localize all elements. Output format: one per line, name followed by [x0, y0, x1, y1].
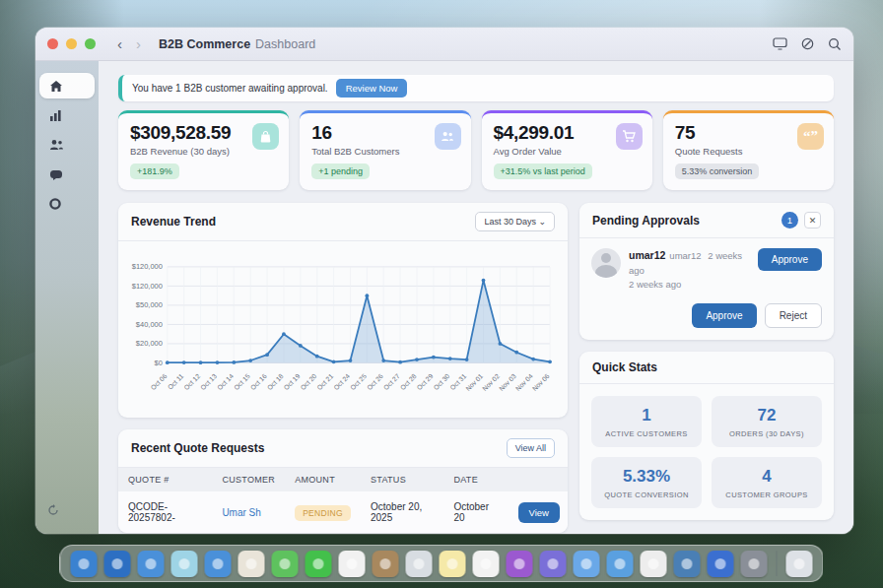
svg-text:Nov 06: Nov 06	[531, 372, 551, 392]
users-icon	[49, 139, 64, 151]
svg-text:Oct 30: Oct 30	[432, 372, 450, 391]
svg-text:Oct 15: Oct 15	[233, 372, 251, 391]
sidebar-item-customers[interactable]	[39, 132, 95, 158]
quick-stat-active-customers: 1 ACTIVE CUSTOMERS	[591, 396, 702, 447]
quote-date: October 20	[443, 491, 508, 533]
photos-icon[interactable]	[473, 551, 500, 577]
app-window: ‹ › B2B CommerceDashboard	[35, 28, 853, 534]
desktop: ‹ › B2B CommerceDashboard	[0, 0, 883, 588]
svg-text:Oct 16: Oct 16	[249, 372, 268, 391]
settings-icon[interactable]	[741, 551, 768, 577]
qs-value: 72	[715, 406, 818, 425]
safari-icon[interactable]	[138, 551, 165, 577]
svg-text:Oct 19: Oct 19	[283, 372, 302, 391]
approve-button[interactable]: Approve	[692, 303, 756, 328]
search-icon[interactable]	[828, 37, 842, 51]
mail-icon[interactable]	[205, 551, 232, 577]
stat-cards: $309,528.59 B2B Revenue (30 days) +181.9…	[118, 110, 834, 190]
camera-icon[interactable]	[674, 551, 701, 577]
refresh-icon[interactable]	[47, 502, 59, 520]
sidebar-item-home[interactable]	[39, 73, 95, 98]
review-now-button[interactable]: Review Now	[336, 79, 408, 98]
trash-icon[interactable]	[786, 551, 813, 577]
quick-stat-customer-groups: 4 CUSTOMER GROUPS	[712, 457, 822, 508]
browser-icon[interactable]	[104, 551, 131, 577]
status-badge: PENDING	[295, 505, 351, 521]
compass-icon[interactable]	[708, 551, 734, 577]
customer-link[interactable]: Umar Sh	[222, 507, 260, 518]
main-content: You have 1 B2B customer awaiting approva…	[99, 61, 853, 534]
pending-approvals-title: Pending Approvals	[592, 214, 700, 228]
sidebar-item-analytics[interactable]	[39, 102, 95, 128]
approval-banner: You have 1 B2B customer awaiting approva…	[118, 75, 834, 101]
downloads-icon[interactable]	[540, 551, 567, 577]
quote-row: QCODE-20257802- Umar Sh PENDING October …	[118, 491, 568, 533]
sidebar-item-settings[interactable]	[39, 191, 95, 217]
svg-text:Oct 18: Oct 18	[266, 372, 285, 391]
bag-icon	[252, 123, 279, 150]
revenue-chart: $120,000$120,000$50,000$40,000$20,000$0O…	[118, 241, 568, 418]
share-screen-icon[interactable]	[773, 37, 787, 50]
close-window-button[interactable]	[47, 38, 58, 49]
facetime-icon[interactable]	[306, 551, 332, 577]
svg-text:Oct 12: Oct 12	[182, 372, 201, 391]
stat-card-revenue: $309,528.59 B2B Revenue (30 days) +181.9…	[118, 110, 289, 190]
reject-button[interactable]: Reject	[765, 303, 822, 328]
qs-value: 5.33%	[595, 467, 698, 487]
quick-stats-panel: Quick Stats 1 ACTIVE CUSTOMERS 72 ORDERS…	[579, 352, 834, 520]
app-store-icon[interactable]	[238, 551, 265, 577]
quotes-table-header: QUOTE # CUSTOMER AMOUNT STATUS DATE	[118, 468, 568, 491]
titlebar: ‹ › B2B CommerceDashboard	[35, 28, 853, 61]
maps-icon[interactable]	[171, 551, 198, 577]
pending-approvals-panel: Pending Approvals 1 ✕ umar12umar12	[579, 203, 834, 340]
recent-quotes-panel: Recent Quote Requests View All QUOTE # C…	[118, 429, 568, 533]
svg-text:$120,000: $120,000	[132, 282, 163, 291]
files-icon[interactable]	[574, 551, 600, 577]
shortcuts-icon[interactable]	[641, 551, 667, 577]
svg-text:$50,000: $50,000	[136, 300, 163, 309]
col-customer: CUSTOMER	[212, 468, 285, 491]
dock-separator	[777, 551, 778, 576]
music-icon[interactable]	[507, 551, 533, 577]
col-status: STATUS	[361, 468, 443, 491]
quote-status-date: October 20, 2025	[361, 491, 443, 533]
quick-stat-orders: 72 ORDERS (30 DAYS)	[712, 396, 822, 447]
svg-text:$20,000: $20,000	[136, 339, 163, 348]
cart-icon	[616, 123, 643, 150]
view-quote-button[interactable]: View	[518, 502, 560, 523]
right-column: Pending Approvals 1 ✕ umar12umar12	[579, 203, 834, 520]
back-button[interactable]: ‹	[117, 35, 122, 52]
weather-icon[interactable]	[607, 551, 634, 577]
finder-icon[interactable]	[71, 551, 98, 577]
contacts-icon[interactable]	[406, 551, 433, 577]
zoom-window-button[interactable]	[85, 38, 96, 49]
reminders-icon[interactable]	[339, 551, 366, 577]
approve-row-button[interactable]: Approve	[758, 248, 822, 271]
svg-text:Oct 29: Oct 29	[416, 372, 435, 391]
svg-text:Oct 13: Oct 13	[199, 372, 218, 391]
range-select-button[interactable]: Last 30 Days ⌄	[475, 212, 555, 231]
forward-button[interactable]: ›	[136, 35, 141, 52]
stat-card-quotes: 75 Quote Requests 5.33% conversion “”	[663, 110, 834, 190]
messages-icon[interactable]	[272, 551, 299, 577]
svg-text:Nov 01: Nov 01	[464, 372, 484, 392]
revenue-chart-svg: $120,000$120,000$50,000$40,000$20,000$0O…	[122, 247, 560, 416]
close-icon[interactable]: ✕	[804, 212, 821, 229]
minimize-window-button[interactable]	[66, 38, 77, 49]
record-icon[interactable]	[801, 37, 814, 50]
dock	[60, 545, 824, 582]
col-amount: AMOUNT	[285, 468, 361, 491]
page-title-bold: B2B Commerce	[159, 37, 250, 51]
quote-icon: “”	[797, 123, 824, 150]
view-all-button[interactable]: View All	[507, 438, 555, 458]
clock-icon[interactable]	[373, 551, 399, 577]
notes-icon[interactable]	[440, 551, 466, 577]
stat-card-customers: 16 Total B2B Customers +1 pending	[300, 110, 470, 190]
svg-text:Nov 04: Nov 04	[514, 372, 534, 392]
sidebar-item-messages[interactable]	[39, 162, 95, 187]
aov-badge: +31.5% vs last period	[494, 163, 592, 179]
page-title-sub: Dashboard	[255, 37, 315, 51]
svg-text:$120,000: $120,000	[132, 262, 163, 271]
revenue-trend-title: Revenue Trend	[131, 215, 216, 229]
approvals-count-badge: 1	[781, 212, 798, 229]
